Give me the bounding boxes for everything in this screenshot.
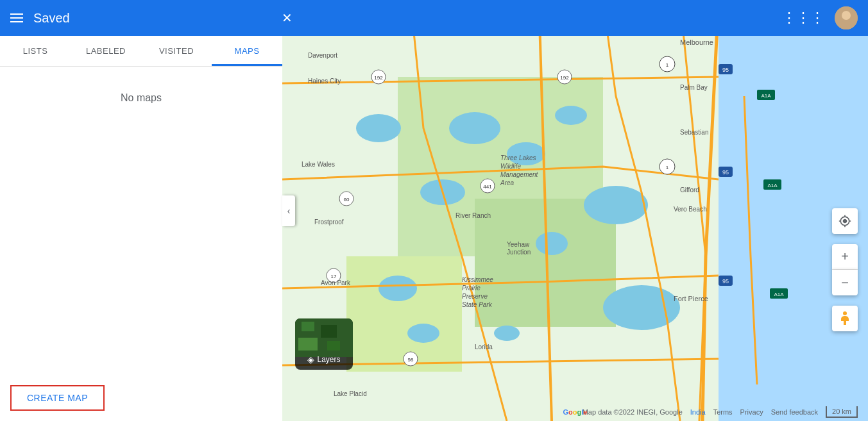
layers-button[interactable]: ◈ Layers — [295, 318, 353, 370]
feedback-link[interactable]: Send feedback — [771, 408, 818, 416]
svg-point-15 — [379, 276, 417, 301]
scale-bar: 20 km — [826, 406, 858, 418]
svg-text:192: 192 — [560, 75, 569, 81]
pegman-button[interactable] — [832, 306, 858, 331]
create-map-button[interactable]: CREATE MAP — [10, 385, 105, 411]
svg-text:60: 60 — [344, 197, 350, 202]
avatar[interactable] — [835, 6, 858, 29]
svg-text:Lake Wales: Lake Wales — [302, 161, 335, 168]
svg-text:A1A: A1A — [767, 183, 778, 188]
svg-rect-79 — [327, 341, 340, 351]
svg-point-17 — [494, 326, 520, 341]
svg-point-9 — [507, 142, 545, 165]
svg-text:Area: Area — [500, 179, 515, 186]
svg-text:Wildlife: Wildlife — [500, 163, 522, 170]
header: Saved ✕ ⋮⋮⋮ — [0, 0, 868, 36]
hamburger-icon[interactable] — [10, 13, 23, 22]
svg-text:Management: Management — [500, 171, 539, 178]
svg-text:Kissimmee: Kissimmee — [462, 276, 493, 283]
collapse-handle[interactable]: ‹ — [282, 195, 295, 226]
svg-text:Three Lakes: Three Lakes — [500, 154, 536, 161]
svg-text:Melbourne: Melbourne — [680, 38, 713, 46]
svg-text:Lake Placid: Lake Placid — [334, 390, 367, 397]
svg-text:Avon Park: Avon Park — [321, 279, 351, 286]
svg-text:441: 441 — [483, 184, 492, 190]
svg-text:17: 17 — [331, 274, 337, 279]
google-logo: Google — [563, 408, 588, 416]
svg-text:Lorida: Lorida — [475, 343, 493, 351]
svg-rect-7 — [346, 256, 462, 372]
svg-text:Yeehaw: Yeehaw — [507, 241, 530, 248]
svg-rect-76 — [302, 322, 314, 331]
svg-text:98: 98 — [408, 357, 414, 363]
svg-point-14 — [536, 232, 568, 255]
svg-text:95: 95 — [722, 67, 729, 73]
svg-text:Junction: Junction — [507, 249, 531, 256]
svg-text:Preserve: Preserve — [462, 293, 488, 300]
close-icon[interactable]: ✕ — [282, 10, 293, 26]
svg-point-80 — [843, 311, 847, 315]
header-title: Saved — [33, 11, 271, 26]
privacy-link[interactable]: Privacy — [740, 408, 763, 416]
map-copyright: Map data ©2022 INEGI, Google — [583, 408, 683, 416]
zoom-controls: + − — [832, 244, 858, 295]
svg-text:Gifford: Gifford — [680, 186, 699, 194]
svg-text:Palm Bay: Palm Bay — [680, 84, 708, 91]
svg-point-12 — [584, 186, 648, 224]
svg-text:Haines City: Haines City — [308, 78, 341, 85]
svg-text:Vero Beach: Vero Beach — [674, 206, 707, 213]
zoom-out-button[interactable]: − — [832, 270, 858, 295]
svg-text:192: 192 — [374, 75, 383, 81]
tab-maps[interactable]: MAPS — [212, 36, 282, 66]
svg-rect-78 — [298, 338, 318, 351]
svg-text:A1A: A1A — [774, 292, 784, 297]
sidebar-content: No maps — [0, 67, 282, 375]
map-area[interactable]: 95 95 95 1 1 441 192 192 60 17 98 A1A A1… — [282, 0, 868, 421]
tab-bar: LISTS LABELED VISITED MAPS — [0, 36, 282, 67]
zoom-in-button[interactable]: + — [832, 244, 858, 270]
svg-point-8 — [449, 112, 500, 144]
layers-label: ◈ Layers — [307, 354, 340, 365]
svg-text:Fort Pierce: Fort Pierce — [674, 295, 708, 302]
svg-point-16 — [407, 324, 439, 343]
terms-link[interactable]: Terms — [713, 408, 733, 416]
tab-labeled[interactable]: LABELED — [71, 36, 141, 66]
svg-point-11 — [555, 106, 587, 125]
map-controls: + − — [832, 208, 858, 331]
header-right: ⋮⋮⋮ — [782, 6, 858, 29]
svg-text:95: 95 — [722, 278, 729, 285]
svg-point-1 — [842, 11, 851, 20]
svg-point-18 — [356, 114, 401, 142]
no-maps-text: No maps — [121, 92, 162, 104]
map-footer: Google Map data ©2022 INEGI, Google Indi… — [282, 403, 868, 421]
svg-rect-77 — [321, 325, 337, 338]
svg-text:Prairie: Prairie — [462, 285, 481, 292]
grid-icon[interactable]: ⋮⋮⋮ — [782, 10, 824, 26]
svg-text:A1A: A1A — [761, 93, 771, 99]
sidebar-footer: CREATE MAP — [0, 375, 282, 421]
map-svg: 95 95 95 1 1 441 192 192 60 17 98 A1A A1… — [282, 0, 868, 421]
tab-lists[interactable]: LISTS — [0, 36, 71, 66]
svg-text:Sebastian: Sebastian — [680, 129, 708, 136]
svg-text:1: 1 — [666, 62, 669, 68]
location-button[interactable] — [832, 208, 858, 234]
svg-text:State Park: State Park — [462, 301, 493, 308]
layers-thumbnail — [295, 318, 353, 357]
svg-text:Davenport: Davenport — [308, 52, 337, 59]
tab-visited[interactable]: VISITED — [141, 36, 212, 66]
svg-text:Frostproof: Frostproof — [314, 219, 344, 226]
svg-text:95: 95 — [722, 169, 729, 176]
sidebar: LISTS LABELED VISITED MAPS No maps CREAT… — [0, 36, 282, 421]
india-link[interactable]: India — [690, 408, 706, 416]
svg-text:River Ranch: River Ranch — [455, 212, 491, 219]
layers-text: Layers — [317, 355, 340, 364]
svg-text:1: 1 — [666, 165, 669, 170]
header-left: Saved ✕ — [10, 10, 293, 26]
